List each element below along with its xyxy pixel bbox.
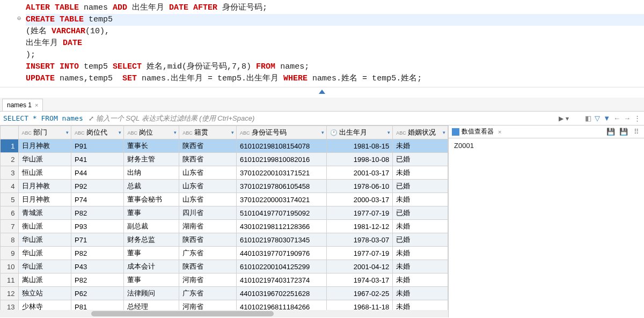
- dropdown-icon[interactable]: ▾: [566, 115, 569, 122]
- data-cell[interactable]: 董事会秘书: [124, 193, 179, 206]
- row-number-cell[interactable]: 8: [1, 233, 19, 247]
- data-cell[interactable]: 未婚: [393, 260, 448, 273]
- play-icon[interactable]: ▶: [559, 115, 564, 122]
- data-cell[interactable]: P82: [71, 273, 124, 287]
- table-row[interactable]: 1日月神教P91董事长陕西省6101021981081540781981-08-…: [1, 139, 448, 153]
- data-cell[interactable]: 2001-03-17: [326, 166, 393, 180]
- table-row[interactable]: 8华山派P71财务总监陕西省6101021978030713451978-03-…: [1, 233, 448, 247]
- data-cell[interactable]: 副总裁: [124, 220, 179, 233]
- editor-line[interactable]: (姓名 VARCHAR(10),: [26, 26, 644, 38]
- filter-icon[interactable]: ▽: [595, 114, 600, 122]
- data-cell[interactable]: 1977-07-19: [326, 247, 393, 260]
- table-row[interactable]: 2华山派P41财务主管陕西省6101021998100820161998-10-…: [1, 153, 448, 166]
- data-cell[interactable]: 青城派: [18, 206, 71, 220]
- table-row[interactable]: 3恒山派P44出纳山东省3701022001031715212001-03-17…: [1, 166, 448, 180]
- data-cell[interactable]: 1977-07-19: [326, 206, 393, 220]
- data-cell[interactable]: 440103197707190976: [237, 247, 327, 260]
- data-cell[interactable]: 陕西省: [179, 139, 237, 153]
- data-cell[interactable]: 2000-03-17: [326, 193, 393, 206]
- data-cell[interactable]: 日月神教: [18, 180, 71, 193]
- table-row[interactable]: 7衡山派P93副总裁湖南省4301021981121283661981-12-1…: [1, 220, 448, 233]
- editor-line[interactable]: UPDATE names,temp5 SET names.出生年月 = temp…: [26, 73, 644, 85]
- table-row[interactable]: 11嵩山派P82董事河南省4101021974031723741974-03-1…: [1, 273, 448, 287]
- table-row[interactable]: 9华山派P82董事广东省4401031977071909761977-07-19…: [1, 247, 448, 260]
- data-cell[interactable]: 已婚: [393, 153, 448, 166]
- data-cell[interactable]: 总裁: [124, 180, 179, 193]
- data-cell[interactable]: 已婚: [393, 180, 448, 193]
- data-cell[interactable]: 1978-03-07: [326, 233, 393, 247]
- data-cell[interactable]: 1974-03-17: [326, 273, 393, 287]
- data-cell[interactable]: P91: [71, 139, 124, 153]
- table-row[interactable]: 5日月神教P74董事会秘书山东省3701022000031740212000-0…: [1, 193, 448, 206]
- data-cell[interactable]: 四川省: [179, 206, 237, 220]
- data-cell[interactable]: 1998-10-08: [326, 153, 393, 166]
- column-filter-icon[interactable]: ▾: [387, 130, 390, 135]
- data-cell[interactable]: 1978-06-10: [326, 180, 393, 193]
- nav-right-icon[interactable]: →: [624, 114, 631, 122]
- filter-input[interactable]: 输入一个 SQL 表达式来过滤结果 (使用 Ctrl+Space): [96, 114, 255, 123]
- data-cell[interactable]: 430102198112128366: [237, 220, 327, 233]
- data-cell[interactable]: 未婚: [393, 139, 448, 153]
- table-row[interactable]: 12独立站P62法律顾问广东省4401031967022516281967-02…: [1, 287, 448, 300]
- close-icon[interactable]: ×: [35, 102, 38, 108]
- options-icon[interactable]: ⠿: [632, 128, 641, 136]
- data-cell[interactable]: 陕西省: [179, 233, 237, 247]
- row-number-cell[interactable]: 10: [1, 260, 19, 273]
- data-cell[interactable]: 董事: [124, 247, 179, 260]
- column-header[interactable]: ABC身份证号码▾: [237, 126, 327, 139]
- data-cell[interactable]: 610102197803071345: [237, 233, 327, 247]
- data-cell[interactable]: 财务总监: [124, 233, 179, 247]
- nav-left-icon[interactable]: ←: [613, 114, 620, 122]
- data-cell[interactable]: 衡山派: [18, 220, 71, 233]
- data-cell[interactable]: 董事: [124, 206, 179, 220]
- data-cell[interactable]: 370102200103171521: [237, 166, 327, 180]
- expand-icon[interactable]: ⤢: [86, 115, 96, 122]
- data-cell[interactable]: 陕西省: [179, 153, 237, 166]
- column-filter-icon[interactable]: ▾: [231, 130, 234, 135]
- menu-icon[interactable]: ⋮: [634, 114, 641, 122]
- column-filter-icon[interactable]: ▾: [321, 130, 324, 135]
- data-cell[interactable]: 山东省: [179, 166, 237, 180]
- value-viewer-tab[interactable]: 数值查看器: [452, 127, 494, 136]
- data-cell[interactable]: 日月神教: [18, 139, 71, 153]
- data-grid[interactable]: ABC部门▾ABC岗位代▾ABC岗位▾ABC籍贯▾ABC身份证号码▾出生年月▾A…: [0, 125, 448, 317]
- data-cell[interactable]: 未婚: [393, 193, 448, 206]
- row-number-cell[interactable]: 7: [1, 220, 19, 233]
- data-cell[interactable]: P93: [71, 220, 124, 233]
- data-cell[interactable]: 法律顾问: [124, 287, 179, 300]
- horizontal-scrollbar[interactable]: [0, 310, 448, 317]
- data-cell[interactable]: 出纳: [124, 166, 179, 180]
- editor-collapse-handle[interactable]: [0, 87, 644, 98]
- data-cell[interactable]: 1967-02-25: [326, 287, 393, 300]
- data-cell[interactable]: P44: [71, 166, 124, 180]
- data-cell[interactable]: 610102199810082016: [237, 153, 327, 166]
- data-cell[interactable]: P43: [71, 260, 124, 273]
- row-number-header[interactable]: [1, 126, 19, 139]
- data-cell[interactable]: 2001-04-12: [326, 260, 393, 273]
- row-number-cell[interactable]: 3: [1, 166, 19, 180]
- data-cell[interactable]: P41: [71, 153, 124, 166]
- data-cell[interactable]: 陕西省: [179, 260, 237, 273]
- column-header[interactable]: ABC岗位▾: [124, 126, 179, 139]
- data-cell[interactable]: 日月神教: [18, 193, 71, 206]
- data-cell[interactable]: 成本会计: [124, 260, 179, 273]
- editor-line[interactable]: ALTER TABLE names ADD 出生年月 DATE AFTER 身份…: [26, 2, 644, 14]
- data-cell[interactable]: 华山派: [18, 260, 71, 273]
- data-cell[interactable]: P82: [71, 206, 124, 220]
- row-number-cell[interactable]: 1: [1, 139, 19, 153]
- data-cell[interactable]: 已婚: [393, 233, 448, 247]
- data-cell[interactable]: 河南省: [179, 273, 237, 287]
- column-filter-icon[interactable]: ▾: [174, 130, 177, 135]
- row-number-cell[interactable]: 12: [1, 287, 19, 300]
- row-number-cell[interactable]: 2: [1, 153, 19, 166]
- data-cell[interactable]: 510104197707195092: [237, 206, 327, 220]
- data-cell[interactable]: 370102197806105458: [237, 180, 327, 193]
- data-cell[interactable]: 山东省: [179, 180, 237, 193]
- data-cell[interactable]: 610102198108154078: [237, 139, 327, 153]
- data-cell[interactable]: 广东省: [179, 247, 237, 260]
- data-cell[interactable]: 已婚: [393, 206, 448, 220]
- column-header[interactable]: ABC婚姻状况▾: [393, 126, 448, 139]
- data-cell[interactable]: P82: [71, 247, 124, 260]
- data-cell[interactable]: 独立站: [18, 287, 71, 300]
- data-cell[interactable]: 1981-08-15: [326, 139, 393, 153]
